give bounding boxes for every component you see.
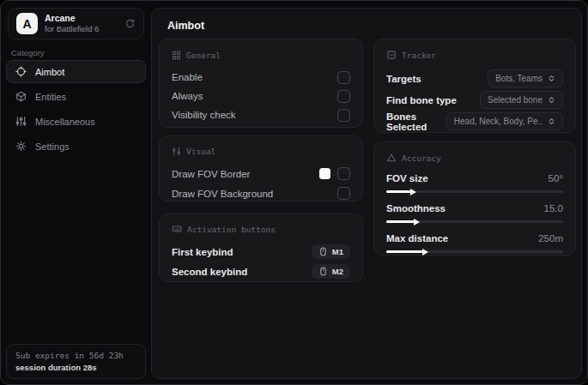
find-bone-type-select[interactable]: Selected bone bbox=[480, 91, 563, 109]
setting-row: Second keybind M2 bbox=[172, 262, 350, 281]
keybind-value: M2 bbox=[332, 267, 343, 276]
sidebar-item-aimbot[interactable]: Aimbot bbox=[6, 60, 146, 83]
keybind-value: M1 bbox=[332, 247, 343, 256]
slider-value: 15.0 bbox=[544, 203, 563, 214]
card-activation-buttons: Activation buttons First keybind M1 Seco… bbox=[159, 214, 363, 282]
card-title: Activation buttons bbox=[187, 225, 276, 234]
mouse-icon bbox=[318, 267, 328, 276]
slider-value: 50° bbox=[549, 173, 563, 183]
setting-label: Targets bbox=[386, 74, 421, 84]
sidebar-item-label: Entities bbox=[35, 92, 66, 102]
page-title: Aimbot bbox=[167, 20, 204, 32]
sidebar-item-settings[interactable]: Settings bbox=[6, 135, 146, 158]
slider-fill bbox=[386, 190, 411, 193]
slider-thumb[interactable] bbox=[414, 219, 420, 226]
setting-row: Visibility check bbox=[172, 105, 350, 124]
setting-label: Always bbox=[172, 91, 203, 101]
sub-expiry-text: Sub expires in 56d 23h bbox=[15, 351, 136, 360]
slider-group-fov-size: FOV size 50° bbox=[386, 171, 563, 193]
triangle-icon bbox=[386, 153, 397, 163]
slider-group-max-distance: Max distance 250m bbox=[386, 231, 563, 253]
main-panel: Aimbot General Enable Always bbox=[151, 8, 582, 379]
setting-row: Enable bbox=[172, 68, 350, 87]
second-keybind-button[interactable]: M2 bbox=[312, 264, 350, 279]
setting-row: Find bone type Selected bone bbox=[386, 89, 563, 111]
category-label: Category bbox=[11, 48, 45, 57]
fov-border-color-swatch[interactable] bbox=[319, 168, 330, 179]
vertical-sliders-icon bbox=[172, 147, 181, 156]
sliders-icon bbox=[15, 116, 27, 127]
card-tracker: Tracker Targets Bots, Teams Find bone ty… bbox=[373, 39, 576, 133]
app-name: Arcane bbox=[45, 13, 99, 24]
sync-icon[interactable] bbox=[124, 18, 136, 29]
bones-selected-select[interactable]: Head, Neck, Body, Pe.. bbox=[446, 112, 563, 130]
keyboard-icon bbox=[172, 224, 182, 234]
sidebar-item-entities[interactable]: Entities bbox=[6, 85, 146, 108]
setting-label: Max distance bbox=[386, 233, 448, 244]
sidebar-item-label: Aimbot bbox=[35, 67, 64, 77]
gear-icon bbox=[15, 141, 27, 152]
card-title: Visual bbox=[186, 147, 215, 156]
setting-row: Draw FOV Background bbox=[172, 183, 350, 203]
sidebar-item-miscellaneous[interactable]: Miscellaneous bbox=[6, 110, 146, 133]
setting-label: Draw FOV Background bbox=[172, 189, 273, 199]
grid-icon bbox=[172, 51, 181, 60]
slider-fill bbox=[386, 250, 423, 253]
app-subtitle: for Battlefield 6 bbox=[45, 24, 99, 34]
session-duration-text: session duration 28s bbox=[15, 363, 136, 372]
first-keybind-button[interactable]: M1 bbox=[312, 244, 350, 259]
setting-label: Enable bbox=[172, 72, 203, 82]
card-title: Tracker bbox=[402, 51, 436, 60]
draw-fov-background-checkbox[interactable] bbox=[337, 187, 350, 200]
cube-icon bbox=[15, 91, 27, 102]
setting-label: Bones Selected bbox=[386, 111, 446, 132]
targets-select[interactable]: Bots, Teams bbox=[488, 69, 563, 87]
setting-label: Smoothness bbox=[386, 203, 446, 214]
card-general: General Enable Always Visibility check bbox=[159, 39, 363, 128]
fov-size-slider[interactable] bbox=[386, 190, 563, 193]
box-minus-icon bbox=[386, 50, 397, 60]
sidebar-item-label: Settings bbox=[35, 141, 70, 152]
slider-thumb[interactable] bbox=[410, 189, 416, 196]
mouse-icon bbox=[318, 247, 328, 256]
card-accuracy: Accuracy FOV size 50° Smoothness 15.0 bbox=[373, 141, 576, 256]
setting-label: Draw FOV Border bbox=[172, 169, 250, 179]
slider-fill bbox=[386, 220, 415, 223]
sidebar-item-label: Miscellaneous bbox=[35, 117, 95, 127]
sidebar-header: A Arcane for Battlefield 6 bbox=[8, 8, 144, 39]
enable-checkbox[interactable] bbox=[337, 71, 350, 84]
unfold-icon bbox=[548, 96, 555, 104]
unfold-icon bbox=[548, 117, 555, 125]
setting-row: Bones Selected Head, Neck, Body, Pe.. bbox=[386, 111, 563, 132]
slider-thumb[interactable] bbox=[422, 249, 428, 256]
app-logo: A bbox=[16, 13, 38, 34]
setting-label: Second keybind bbox=[172, 267, 247, 277]
max-distance-slider[interactable] bbox=[386, 250, 563, 253]
setting-row: Targets Bots, Teams bbox=[386, 68, 563, 89]
app-window: A Arcane for Battlefield 6 Category Aimb… bbox=[0, 0, 588, 385]
always-checkbox[interactable] bbox=[337, 90, 350, 103]
card-title: General bbox=[186, 51, 221, 60]
select-value: Selected bone bbox=[488, 95, 543, 105]
setting-label: Find bone type bbox=[386, 95, 457, 105]
setting-label: FOV size bbox=[386, 173, 428, 183]
slider-group-smoothness: Smoothness 15.0 bbox=[386, 201, 563, 223]
subscription-status: Sub expires in 56d 23h session duration … bbox=[6, 344, 146, 379]
setting-row: First keybind M1 bbox=[172, 242, 350, 262]
sidebar-nav: Aimbot Entities Miscellaneous bbox=[6, 60, 146, 159]
select-value: Bots, Teams bbox=[495, 74, 543, 83]
setting-row: Always bbox=[172, 87, 350, 105]
card-title: Accuracy bbox=[402, 153, 441, 163]
draw-fov-border-checkbox[interactable] bbox=[337, 167, 350, 180]
unfold-icon bbox=[548, 75, 555, 82]
select-value: Head, Neck, Body, Pe.. bbox=[454, 117, 543, 126]
visibility-check-checkbox[interactable] bbox=[337, 109, 350, 122]
card-visual: Visual Draw FOV Border Draw FOV Backgrou… bbox=[159, 135, 363, 202]
setting-row: Draw FOV Border bbox=[172, 164, 350, 183]
slider-value: 250m bbox=[538, 233, 563, 244]
smoothness-slider[interactable] bbox=[386, 220, 563, 223]
setting-label: Visibility check bbox=[172, 110, 236, 120]
setting-label: First keybind bbox=[172, 247, 233, 257]
crosshair-icon bbox=[15, 66, 27, 77]
